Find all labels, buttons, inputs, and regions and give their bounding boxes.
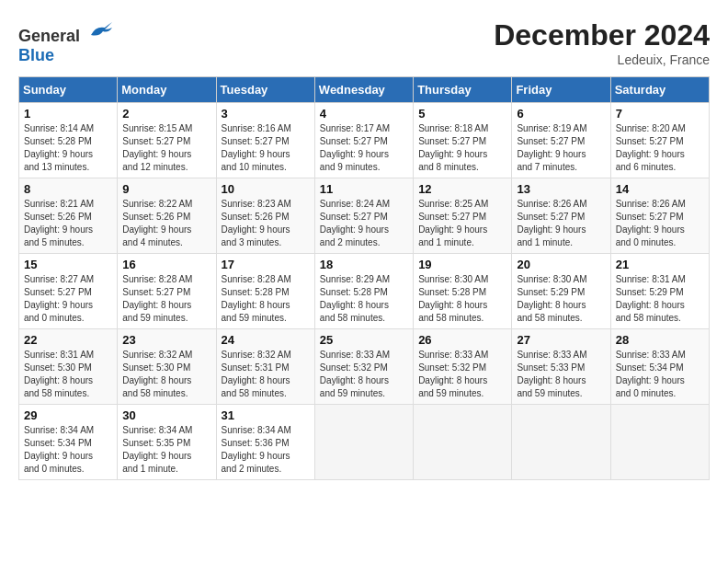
calendar-cell (512, 405, 610, 480)
calendar-cell: 25Sunrise: 8:33 AM Sunset: 5:32 PM Dayli… (314, 329, 413, 405)
calendar-week-row: 22Sunrise: 8:31 AM Sunset: 5:30 PM Dayli… (19, 329, 710, 405)
day-info: Sunrise: 8:19 AM Sunset: 5:27 PM Dayligh… (517, 122, 605, 174)
calendar-cell: 27Sunrise: 8:33 AM Sunset: 5:33 PM Dayli… (512, 329, 610, 405)
calendar-cell: 23Sunrise: 8:32 AM Sunset: 5:30 PM Dayli… (118, 329, 216, 405)
col-thursday: Thursday (414, 77, 512, 103)
day-info: Sunrise: 8:34 AM Sunset: 5:36 PM Dayligh… (222, 424, 310, 476)
day-info: Sunrise: 8:16 AM Sunset: 5:27 PM Dayligh… (222, 122, 310, 174)
day-number: 13 (517, 182, 605, 196)
col-tuesday: Tuesday (216, 77, 314, 103)
col-friday: Friday (512, 77, 610, 103)
day-number: 19 (418, 258, 506, 271)
calendar-cell (314, 405, 413, 480)
day-number: 30 (122, 408, 210, 422)
day-info: Sunrise: 8:22 AM Sunset: 5:26 PM Dayligh… (122, 198, 210, 249)
calendar-cell: 6Sunrise: 8:19 AM Sunset: 5:27 PM Daylig… (512, 103, 610, 178)
day-number: 4 (320, 107, 408, 121)
day-number: 28 (616, 333, 704, 347)
day-number: 26 (418, 333, 506, 347)
day-number: 21 (616, 258, 704, 271)
day-number: 10 (222, 182, 310, 196)
day-number: 31 (222, 408, 310, 422)
day-number: 7 (616, 107, 704, 121)
day-info: Sunrise: 8:18 AM Sunset: 5:27 PM Dayligh… (418, 122, 506, 174)
day-number: 14 (616, 182, 704, 196)
day-info: Sunrise: 8:14 AM Sunset: 5:28 PM Dayligh… (24, 122, 112, 174)
calendar-cell: 29Sunrise: 8:34 AM Sunset: 5:34 PM Dayli… (19, 405, 118, 480)
calendar-cell: 5Sunrise: 8:18 AM Sunset: 5:27 PM Daylig… (414, 103, 512, 178)
day-info: Sunrise: 8:30 AM Sunset: 5:29 PM Dayligh… (517, 273, 605, 325)
day-info: Sunrise: 8:23 AM Sunset: 5:26 PM Dayligh… (222, 198, 310, 249)
calendar-cell: 13Sunrise: 8:26 AM Sunset: 5:27 PM Dayli… (512, 178, 610, 254)
calendar-cell: 28Sunrise: 8:33 AM Sunset: 5:34 PM Dayli… (610, 329, 709, 405)
calendar-cell (414, 405, 512, 480)
calendar-cell: 4Sunrise: 8:17 AM Sunset: 5:27 PM Daylig… (314, 103, 413, 178)
logo-text-general: General (18, 27, 80, 45)
calendar-cell: 3Sunrise: 8:16 AM Sunset: 5:27 PM Daylig… (216, 103, 314, 178)
day-number: 25 (320, 333, 408, 347)
day-number: 27 (517, 333, 605, 347)
calendar-cell: 15Sunrise: 8:27 AM Sunset: 5:27 PM Dayli… (19, 254, 118, 329)
day-number: 6 (517, 107, 605, 121)
day-info: Sunrise: 8:20 AM Sunset: 5:27 PM Dayligh… (616, 122, 704, 174)
calendar-cell: 21Sunrise: 8:31 AM Sunset: 5:29 PM Dayli… (610, 254, 709, 329)
title-section: December 2024 Ledeuix, France (494, 18, 710, 67)
day-number: 24 (222, 333, 310, 347)
day-number: 8 (24, 182, 112, 196)
day-info: Sunrise: 8:30 AM Sunset: 5:28 PM Dayligh… (418, 273, 506, 325)
col-wednesday: Wednesday (314, 77, 413, 103)
day-number: 12 (418, 182, 506, 196)
calendar-cell: 16Sunrise: 8:28 AM Sunset: 5:27 PM Dayli… (118, 254, 216, 329)
calendar-cell: 8Sunrise: 8:21 AM Sunset: 5:26 PM Daylig… (19, 178, 118, 254)
calendar-cell: 18Sunrise: 8:29 AM Sunset: 5:28 PM Dayli… (314, 254, 413, 329)
calendar-cell: 30Sunrise: 8:34 AM Sunset: 5:35 PM Dayli… (118, 405, 216, 480)
day-info: Sunrise: 8:34 AM Sunset: 5:34 PM Dayligh… (24, 424, 112, 476)
day-number: 18 (320, 258, 408, 271)
calendar-cell (610, 405, 709, 480)
day-info: Sunrise: 8:32 AM Sunset: 5:31 PM Dayligh… (222, 349, 310, 400)
day-number: 20 (517, 258, 605, 271)
page-header: General Blue December 2024 Ledeuix, Fran… (18, 18, 710, 67)
day-number: 2 (122, 107, 210, 121)
calendar-week-row: 1Sunrise: 8:14 AM Sunset: 5:28 PM Daylig… (19, 103, 710, 178)
day-number: 11 (320, 182, 408, 196)
day-info: Sunrise: 8:27 AM Sunset: 5:27 PM Dayligh… (24, 273, 112, 325)
day-number: 3 (222, 107, 310, 121)
day-number: 1 (24, 107, 112, 121)
day-number: 16 (122, 258, 210, 271)
day-info: Sunrise: 8:32 AM Sunset: 5:30 PM Dayligh… (122, 349, 210, 400)
calendar-cell: 22Sunrise: 8:31 AM Sunset: 5:30 PM Dayli… (19, 329, 118, 405)
day-info: Sunrise: 8:25 AM Sunset: 5:27 PM Dayligh… (418, 198, 506, 249)
day-info: Sunrise: 8:31 AM Sunset: 5:29 PM Dayligh… (616, 273, 704, 325)
day-info: Sunrise: 8:33 AM Sunset: 5:32 PM Dayligh… (320, 349, 408, 400)
calendar-cell: 14Sunrise: 8:26 AM Sunset: 5:27 PM Dayli… (610, 178, 709, 254)
calendar-cell: 19Sunrise: 8:30 AM Sunset: 5:28 PM Dayli… (414, 254, 512, 329)
col-sunday: Sunday (19, 77, 118, 103)
day-info: Sunrise: 8:26 AM Sunset: 5:27 PM Dayligh… (517, 198, 605, 249)
calendar-cell: 1Sunrise: 8:14 AM Sunset: 5:28 PM Daylig… (19, 103, 118, 178)
day-number: 15 (24, 258, 112, 271)
day-info: Sunrise: 8:31 AM Sunset: 5:30 PM Dayligh… (24, 349, 112, 400)
calendar-cell: 26Sunrise: 8:33 AM Sunset: 5:32 PM Dayli… (414, 329, 512, 405)
day-info: Sunrise: 8:33 AM Sunset: 5:33 PM Dayligh… (517, 349, 605, 400)
day-number: 29 (24, 408, 112, 422)
calendar-cell: 31Sunrise: 8:34 AM Sunset: 5:36 PM Dayli… (216, 405, 314, 480)
calendar-cell: 24Sunrise: 8:32 AM Sunset: 5:31 PM Dayli… (216, 329, 314, 405)
calendar-cell: 7Sunrise: 8:20 AM Sunset: 5:27 PM Daylig… (610, 103, 709, 178)
day-info: Sunrise: 8:15 AM Sunset: 5:27 PM Dayligh… (122, 122, 210, 174)
day-info: Sunrise: 8:33 AM Sunset: 5:34 PM Dayligh… (616, 349, 704, 400)
day-info: Sunrise: 8:34 AM Sunset: 5:35 PM Dayligh… (122, 424, 210, 476)
day-info: Sunrise: 8:33 AM Sunset: 5:32 PM Dayligh… (418, 349, 506, 400)
day-info: Sunrise: 8:21 AM Sunset: 5:26 PM Dayligh… (24, 198, 112, 249)
day-info: Sunrise: 8:26 AM Sunset: 5:27 PM Dayligh… (616, 198, 704, 249)
day-number: 5 (418, 107, 506, 121)
calendar-week-row: 15Sunrise: 8:27 AM Sunset: 5:27 PM Dayli… (19, 254, 710, 329)
calendar-cell: 20Sunrise: 8:30 AM Sunset: 5:29 PM Dayli… (512, 254, 610, 329)
calendar-week-row: 8Sunrise: 8:21 AM Sunset: 5:26 PM Daylig… (19, 178, 710, 254)
col-saturday: Saturday (610, 77, 709, 103)
day-number: 23 (122, 333, 210, 347)
col-monday: Monday (118, 77, 216, 103)
calendar-table: Sunday Monday Tuesday Wednesday Thursday… (18, 76, 710, 480)
calendar-cell: 12Sunrise: 8:25 AM Sunset: 5:27 PM Dayli… (414, 178, 512, 254)
day-number: 22 (24, 333, 112, 347)
